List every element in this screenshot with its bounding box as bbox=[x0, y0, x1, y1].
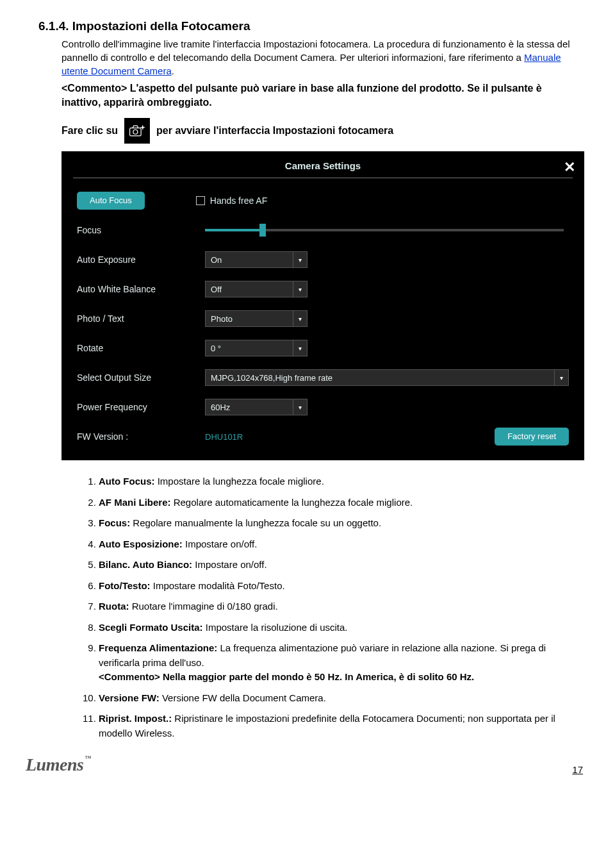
svg-point-1 bbox=[133, 129, 138, 134]
item-text: Impostare on/off. bbox=[183, 538, 257, 549]
chevron-down-icon: ▾ bbox=[293, 252, 307, 267]
power-freq-select[interactable]: 60Hz ▾ bbox=[205, 399, 308, 415]
list-item: Foto/Testo: Impostare modalità Foto/Test… bbox=[99, 579, 583, 594]
power-freq-label: Power Frequency bbox=[77, 402, 205, 412]
item-label: Foto/Testo: bbox=[99, 580, 151, 591]
fw-label: FW Version : bbox=[77, 431, 205, 442]
item-label: Focus: bbox=[99, 517, 130, 528]
list-item: Auto Focus: Impostare la lunghezza focal… bbox=[99, 474, 583, 489]
chevron-down-icon: ▾ bbox=[293, 281, 307, 297]
auto-wb-value: Off bbox=[211, 285, 288, 294]
item-label: Riprist. Impost.: bbox=[99, 713, 172, 724]
focus-slider[interactable] bbox=[205, 229, 564, 231]
intro-text-1: Controllo dell'immagine live tramite l'i… bbox=[62, 38, 570, 63]
item-label: Ruota: bbox=[99, 601, 129, 612]
click-pre: Fare clic su bbox=[62, 125, 118, 137]
auto-focus-button[interactable]: Auto Focus bbox=[77, 192, 145, 210]
photo-text-label: Photo / Text bbox=[77, 313, 205, 324]
svg-point-2 bbox=[142, 127, 144, 128]
output-size-label: Select Output Size bbox=[77, 372, 205, 383]
checkbox-icon bbox=[196, 196, 205, 205]
click-post: per avviare l'interfaccia Impostazioni f… bbox=[156, 125, 393, 137]
camera-settings-icon[interactable] bbox=[124, 118, 150, 144]
item-text: Impostare la risoluzione di uscita. bbox=[203, 622, 348, 633]
camera-settings-panel: Camera Settings ✕ Auto Focus Hands free … bbox=[62, 151, 584, 460]
auto-wb-select[interactable]: Off ▾ bbox=[205, 281, 308, 297]
output-size-value: MJPG,1024x768,High frame rate bbox=[211, 373, 549, 383]
focus-label: Focus bbox=[77, 225, 205, 235]
output-size-select[interactable]: MJPG,1024x768,High frame rate ▾ bbox=[205, 369, 569, 386]
list-item: Frequenza Alimentazione: La frequenza al… bbox=[99, 641, 583, 685]
item-text: Impostare modalità Foto/Testo. bbox=[151, 580, 285, 591]
photo-text-value: Photo bbox=[211, 314, 288, 324]
item-extra: <Commento> Nella maggior parte del mondo… bbox=[99, 671, 474, 682]
click-instruction: Fare clic su per avviare l'interfaccia I… bbox=[62, 118, 583, 144]
list-item: Ruota: Ruotare l'immagine di 0/180 gradi… bbox=[99, 599, 583, 614]
item-label: Versione FW: bbox=[99, 692, 160, 703]
list-item: Auto Esposizione: Impostare on/off. bbox=[99, 537, 583, 552]
intro-text-end: . bbox=[172, 65, 174, 76]
auto-exposure-value: On bbox=[211, 255, 288, 265]
item-label: Bilanc. Auto Bianco: bbox=[99, 559, 192, 570]
hands-free-af-checkbox[interactable]: Hands free AF bbox=[196, 196, 268, 206]
list-item: Riprist. Impost.: Ripristinare le impost… bbox=[99, 712, 583, 740]
intro-paragraph: Controllo dell'immagine live tramite l'i… bbox=[62, 37, 583, 78]
item-label: AF Mani Libere: bbox=[99, 497, 171, 508]
page-number: 17 bbox=[572, 764, 583, 775]
power-freq-value: 60Hz bbox=[211, 403, 288, 412]
close-icon[interactable]: ✕ bbox=[564, 159, 575, 176]
brand-logo: Lumens™ bbox=[26, 755, 91, 775]
list-item: Versione FW: Versione FW della Document … bbox=[99, 691, 583, 706]
item-label: Scegli Formato Uscita: bbox=[99, 622, 203, 633]
item-label: Auto Esposizione: bbox=[99, 538, 183, 549]
item-text: Impostare la lunghezza focale migliore. bbox=[155, 476, 324, 487]
list-item: Scegli Formato Uscita: Impostare la riso… bbox=[99, 621, 583, 635]
chevron-down-icon: ▾ bbox=[554, 370, 568, 385]
auto-exposure-select[interactable]: On ▾ bbox=[205, 251, 308, 268]
hands-free-label: Hands free AF bbox=[210, 196, 268, 206]
trademark-icon: ™ bbox=[85, 755, 91, 762]
item-text: Ruotare l'immagine di 0/180 gradi. bbox=[129, 601, 278, 612]
section-heading: 6.1.4. Impostazioni della Fotocamera bbox=[38, 19, 583, 33]
list-item: AF Mani Libere: Regolare automaticamente… bbox=[99, 496, 583, 510]
rotate-label: Rotate bbox=[77, 343, 205, 353]
item-text: Impostare on/off. bbox=[192, 559, 266, 570]
rotate-value: 0 ° bbox=[211, 344, 288, 353]
item-text: Regolare automaticamente la lunghezza fo… bbox=[171, 497, 413, 508]
item-text: Regolare manualmente la lunghezza focale… bbox=[130, 517, 381, 528]
rotate-select[interactable]: 0 ° ▾ bbox=[205, 340, 308, 356]
feature-list: Auto Focus: Impostare la lunghezza focal… bbox=[62, 474, 583, 740]
list-item: Focus: Regolare manualmente la lunghezza… bbox=[99, 516, 583, 531]
item-label: Frequenza Alimentazione: bbox=[99, 642, 217, 653]
logo-text: Lumens bbox=[26, 755, 83, 775]
panel-title: Camera Settings bbox=[285, 160, 361, 171]
list-item: Bilanc. Auto Bianco: Impostare on/off. bbox=[99, 558, 583, 572]
chevron-down-icon: ▾ bbox=[293, 311, 307, 326]
factory-reset-button[interactable]: Factory reset bbox=[495, 428, 569, 446]
chevron-down-icon: ▾ bbox=[293, 399, 307, 415]
item-label: Auto Focus: bbox=[99, 476, 155, 487]
fw-version-value: DHU101R bbox=[205, 432, 243, 442]
svg-rect-0 bbox=[130, 128, 142, 136]
auto-exposure-label: Auto Exposure bbox=[77, 255, 205, 265]
comment-block: <Commento> L'aspetto del pulsante può va… bbox=[62, 81, 583, 109]
chevron-down-icon: ▾ bbox=[293, 340, 307, 356]
photo-text-select[interactable]: Photo ▾ bbox=[205, 310, 308, 327]
auto-wb-label: Auto White Balance bbox=[77, 284, 205, 294]
item-text: Versione FW della Document Camera. bbox=[160, 692, 326, 703]
